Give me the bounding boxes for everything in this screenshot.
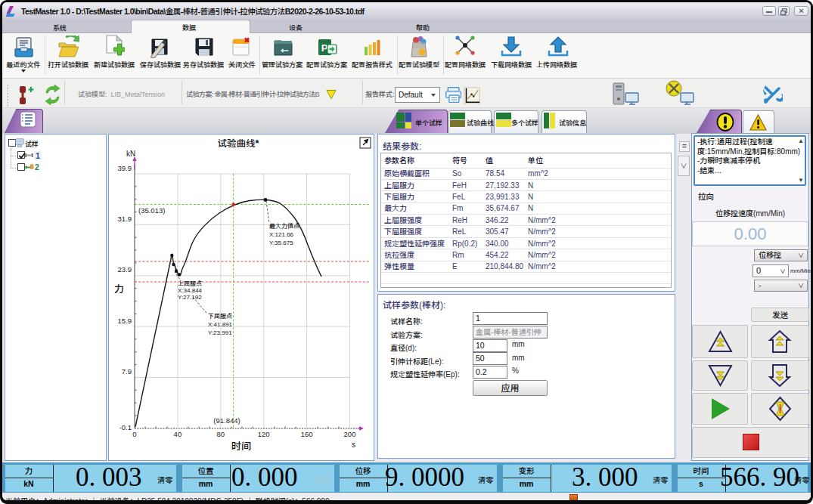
svg-text:X:34.844: X:34.844: [178, 287, 203, 294]
svg-text:Y:35.675: Y:35.675: [269, 240, 293, 246]
svg-text:P: P: [321, 42, 328, 54]
svg-text:上屈服点: 上屈服点: [178, 280, 202, 287]
svg-text:kN: kN: [126, 150, 135, 158]
svg-text:120: 120: [258, 430, 270, 438]
svg-text:Y:27.192: Y:27.192: [178, 294, 202, 301]
svg-text:7.9: 7.9: [122, 367, 132, 376]
svg-text:Y:23.991: Y:23.991: [208, 329, 232, 336]
svg-text:80: 80: [217, 430, 225, 438]
svg-text:200: 200: [344, 430, 356, 438]
svg-text:39.9: 39.9: [118, 164, 132, 172]
svg-text:s: s: [352, 441, 355, 449]
svg-text:力: 力: [114, 283, 124, 295]
svg-text:160: 160: [301, 430, 313, 438]
svg-text:(35.013): (35.013): [138, 206, 165, 215]
svg-text:23.9: 23.9: [118, 265, 132, 274]
svg-text:X:121.66: X:121.66: [269, 231, 294, 238]
svg-text:(91.844): (91.844): [213, 416, 240, 425]
svg-text:15.9: 15.9: [118, 317, 132, 325]
svg-text:下屈服点: 下屈服点: [208, 313, 232, 320]
svg-text:X:41.891: X:41.891: [208, 321, 233, 328]
svg-text:时间: 时间: [231, 441, 251, 452]
svg-text:0: 0: [132, 430, 136, 438]
svg-text:-0.1: -0.1: [119, 423, 132, 431]
svg-text:最大力值点: 最大力值点: [269, 222, 299, 230]
svg-text:40: 40: [174, 430, 182, 438]
svg-text:试验曲线*: 试验曲线*: [218, 138, 259, 149]
svg-text:31.9: 31.9: [118, 215, 132, 223]
